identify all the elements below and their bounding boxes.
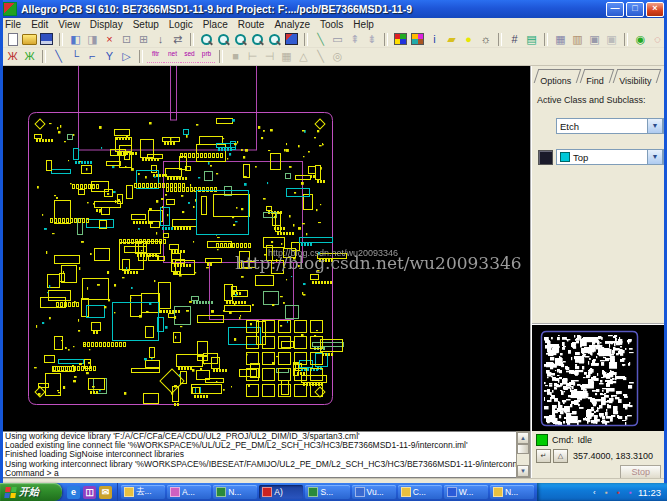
quicklaunch-mail[interactable]: ✉ (99, 486, 112, 499)
route-bubble-button[interactable]: ⌐ (84, 49, 101, 64)
zoom-world-button[interactable] (283, 32, 300, 47)
maximize-button[interactable]: □ (626, 2, 644, 17)
menu-place[interactable]: Place (198, 19, 233, 30)
net-button[interactable]: net (164, 51, 181, 63)
swap-button[interactable]: ⇄ (169, 32, 186, 47)
task-word[interactable]: W... (444, 485, 488, 499)
open-file-button[interactable] (21, 32, 38, 47)
menu-view[interactable]: View (53, 19, 85, 30)
dimension-button[interactable]: ⇟ (363, 32, 380, 47)
route-y-button[interactable]: Y (101, 49, 118, 64)
angle-tool-button[interactable]: △ (295, 49, 312, 64)
new-file-button[interactable] (4, 32, 21, 47)
pcb-design-canvas[interactable] (0, 66, 530, 431)
quicklaunch-media[interactable]: ◫ (83, 486, 96, 499)
waive-drc-button[interactable]: ▰ (443, 32, 460, 47)
task-folder-3[interactable]: N... (490, 485, 534, 499)
task-acrobat[interactable]: A... (167, 485, 211, 499)
tab-visibility[interactable]: Visibility (612, 69, 661, 83)
zoom-fit-button[interactable] (215, 32, 232, 47)
line-tool-button[interactable]: ╲ (312, 49, 329, 64)
task-excel[interactable]: N... (213, 485, 257, 499)
ratsnest-grid-button[interactable]: # (506, 32, 523, 47)
segment-button[interactable]: sed (181, 51, 198, 63)
probe-button[interactable]: prb (198, 51, 215, 63)
zoom-in-button[interactable] (232, 32, 249, 47)
quicklaunch-ie[interactable]: e (67, 486, 80, 499)
move-button[interactable]: ◧ (67, 32, 84, 47)
window-prev-button[interactable]: ▣ (586, 32, 603, 47)
world-view-minimap[interactable] (532, 323, 667, 431)
add-line-button[interactable]: ╲ (312, 32, 329, 47)
close-button[interactable]: × (646, 2, 664, 17)
tab-find[interactable]: Find (580, 69, 614, 83)
circle-tool-button[interactable]: ◎ (329, 49, 346, 64)
menu-logic[interactable]: Logic (164, 19, 198, 30)
scroll-up-icon[interactable]: ▲ (517, 432, 529, 444)
minimize-button[interactable]: — (606, 2, 624, 17)
stop-button[interactable]: Stop (620, 465, 661, 479)
class-dropdown[interactable]: Etch ▼ (556, 118, 664, 134)
menu-route[interactable]: Route (233, 19, 270, 30)
color-priority-button[interactable] (409, 32, 426, 47)
route-corner-button[interactable]: └ (67, 49, 84, 64)
taskbar: 开始 e◫✉ 去...A...N...A)S...Vu...C...W...N.… (0, 483, 667, 501)
window-next-button[interactable]: ▣ (603, 32, 620, 47)
console-scrollbar[interactable]: ▲ ▼ (516, 431, 530, 478)
stretch-right-button[interactable]: ⊣ (261, 49, 278, 64)
save-file-button[interactable] (38, 32, 55, 47)
task-folder-2[interactable]: C... (398, 485, 442, 499)
start-button[interactable]: 开始 (0, 483, 62, 501)
add-rect-button[interactable]: ▭ (329, 32, 346, 47)
menu-help[interactable]: Help (348, 19, 379, 30)
chevron-down-icon[interactable]: ▼ (647, 149, 663, 165)
tab-options[interactable]: Options (534, 69, 582, 83)
zoom-previous-button[interactable] (266, 32, 283, 47)
zoom-point-button[interactable] (198, 32, 215, 47)
angle-button[interactable]: △ (553, 449, 568, 463)
task-sigxplorer[interactable]: S... (305, 485, 349, 499)
task-folder-1[interactable]: 去... (121, 485, 165, 499)
pan-tool-button[interactable]: ■ (227, 49, 244, 64)
mesh-tool-button[interactable]: ▦ (278, 49, 295, 64)
zoom-out-button[interactable] (249, 32, 266, 47)
tray-alert-icon[interactable]: ▪ (614, 488, 623, 497)
highlight-dot-button[interactable]: ● (460, 32, 477, 47)
menu-file[interactable]: File (0, 19, 26, 30)
paste-button[interactable]: ↓ (152, 32, 169, 47)
target-button[interactable]: ◉ (632, 32, 649, 47)
tray-im-icon[interactable]: ▪ (626, 488, 635, 497)
task-allegro[interactable]: A) (259, 485, 303, 499)
layer-stack-button[interactable]: ▤ (523, 32, 540, 47)
route-play-button[interactable]: ▷ (118, 49, 135, 64)
task-viewer[interactable]: Vu... (352, 485, 396, 499)
hide-rats-button[interactable]: Ж (21, 49, 38, 64)
scroll-down-icon[interactable]: ▼ (517, 465, 529, 477)
menu-display[interactable]: Display (85, 19, 128, 30)
show-rats-button[interactable]: Ж (4, 49, 21, 64)
menu-tools[interactable]: Tools (315, 19, 348, 30)
filter-button[interactable]: fltr (147, 51, 164, 63)
add-text-button[interactable]: ⇞ (346, 32, 363, 47)
color-dialog-button[interactable] (392, 32, 409, 47)
tray-collapse-icon[interactable]: ‹ (590, 488, 599, 497)
menu-analyze[interactable]: Analyze (269, 19, 315, 30)
delete-button[interactable]: × (101, 32, 118, 47)
chevron-down-icon[interactable]: ▼ (647, 118, 663, 134)
copy-button[interactable]: ◨ (84, 32, 101, 47)
highlight-button[interactable]: ⊞ (135, 32, 152, 47)
subclass-dropdown[interactable]: Top ▼ (556, 149, 664, 165)
info-button[interactable]: i (426, 32, 443, 47)
pick-mode-button[interactable]: ▥ (569, 32, 586, 47)
shadow-mode-button[interactable]: ▦ (552, 32, 569, 47)
flash-button[interactable]: ☼ (477, 32, 494, 47)
group-button[interactable]: ⊡ (118, 32, 135, 47)
menu-setup[interactable]: Setup (128, 19, 164, 30)
slide-button[interactable]: ╲ (50, 49, 67, 64)
tray-device-icon[interactable]: ▪ (602, 488, 611, 497)
pick-button[interactable]: ↵ (536, 449, 551, 463)
layer-color-swatch[interactable] (538, 150, 553, 165)
menu-edit[interactable]: Edit (26, 19, 53, 30)
scrollbar-thumb[interactable] (517, 444, 529, 454)
stretch-left-button[interactable]: ⊢ (244, 49, 261, 64)
